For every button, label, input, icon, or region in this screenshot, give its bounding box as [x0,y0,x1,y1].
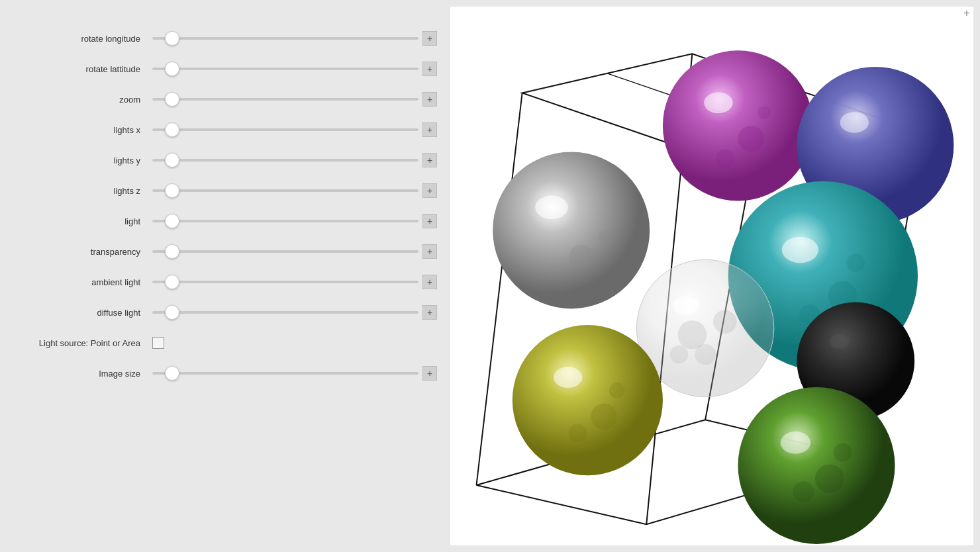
svg-point-24 [670,345,689,364]
image-size-slider-container [152,372,418,375]
purple-sphere [663,50,813,201]
svg-point-15 [840,112,869,133]
zoom-slider[interactable] [152,98,418,101]
lights-x-label: lights x [0,125,152,135]
svg-point-29 [830,334,850,349]
scene-svg [450,7,973,545]
diffuse-light-row: diffuse light+ [0,300,437,324]
svg-point-27 [569,424,587,442]
rotate-lattitude-plus-button[interactable]: + [422,62,437,76]
zoom-row: zoom+ [0,87,437,111]
svg-point-12 [738,126,765,152]
svg-point-22 [713,310,737,334]
transparency-slider[interactable] [152,250,418,253]
lights-z-plus-button[interactable]: + [422,183,437,198]
light-slider[interactable] [152,220,418,222]
rotate-longitude-slider-container [152,37,418,40]
ambient-light-label: ambient light [0,277,152,287]
image-size-slider[interactable] [152,372,418,375]
canvas-area [450,7,973,545]
diffuse-light-slider[interactable] [152,311,418,314]
light-source-row: Light source: Point or Area [0,331,437,355]
light-source-label: Light source: Point or Area [0,338,152,348]
svg-point-25 [554,367,582,388]
ambient-light-row: ambient light+ [0,270,437,294]
svg-point-28 [609,383,625,398]
zoom-label: zoom [0,95,152,105]
lights-x-slider-container [152,128,418,131]
svg-point-30 [781,432,810,454]
svg-point-11 [704,93,732,114]
svg-point-33 [834,443,852,462]
diffuse-light-label: diffuse light [0,308,152,318]
light-slider-container [152,220,418,222]
rotate-lattitude-label: rotate lattitude [0,64,152,74]
lights-y-slider-container [152,159,418,161]
ambient-light-slider[interactable] [152,281,418,283]
image-size-label: Image size [0,369,152,379]
svg-point-23 [695,344,716,365]
svg-point-20 [673,297,699,315]
transparency-slider-container [152,250,418,253]
lights-z-label: lights z [0,186,152,196]
green-sphere [738,387,895,544]
ambient-light-plus-button[interactable]: + [422,275,437,289]
lights-x-plus-button[interactable]: + [422,122,437,137]
rotate-longitude-row: rotate longitude+ [0,26,437,50]
lights-z-slider-container [152,189,418,192]
ambient-light-slider-container [152,281,418,283]
rotate-lattitude-row: rotate lattitude+ [0,57,437,81]
svg-point-10 [599,229,615,245]
transparency-label: transparency [0,247,152,257]
lights-y-row: lights y+ [0,148,437,172]
rotate-longitude-slider[interactable] [152,37,418,40]
lights-x-row: lights x+ [0,118,437,142]
rotate-lattitude-slider-container [152,68,418,70]
image-size-plus-button[interactable]: + [422,366,437,381]
svg-point-32 [793,481,814,502]
light-label: light [0,216,152,226]
svg-point-31 [815,464,844,492]
right-panel [450,7,973,545]
top-right-plus-icon[interactable]: + [960,7,973,20]
light-plus-button[interactable]: + [422,214,437,228]
left-panel: rotate longitude+rotate lattitude+zoom+l… [0,0,450,552]
rotate-longitude-label: rotate longitude [0,34,152,44]
svg-point-16 [782,237,818,263]
diffuse-light-slider-container [152,311,418,314]
lights-x-slider[interactable] [152,128,418,131]
yellow-sphere [513,325,663,475]
svg-line-2 [477,93,522,486]
zoom-plus-button[interactable]: + [422,92,437,107]
svg-point-13 [716,149,734,167]
transparency-plus-button[interactable]: + [422,244,437,259]
light-row: light+ [0,209,437,233]
svg-point-14 [758,106,771,119]
transparency-row: transparency+ [0,240,437,263]
svg-point-19 [846,253,865,272]
light-source-checkbox[interactable] [152,337,164,349]
lights-y-label: lights y [0,156,152,165]
zoom-slider-container [152,98,418,101]
lights-y-slider[interactable] [152,159,418,161]
lights-y-plus-button[interactable]: + [422,153,437,167]
svg-point-26 [591,404,617,430]
svg-point-8 [535,196,567,220]
gray-sphere [493,152,650,308]
lights-z-row: lights z+ [0,179,437,203]
image-size-row: Image size + [0,361,437,385]
rotate-lattitude-slider[interactable] [152,68,418,70]
lights-z-slider[interactable] [152,189,418,192]
diffuse-light-plus-button[interactable]: + [422,305,437,320]
rotate-longitude-plus-button[interactable]: + [422,31,437,46]
svg-point-9 [569,245,593,269]
